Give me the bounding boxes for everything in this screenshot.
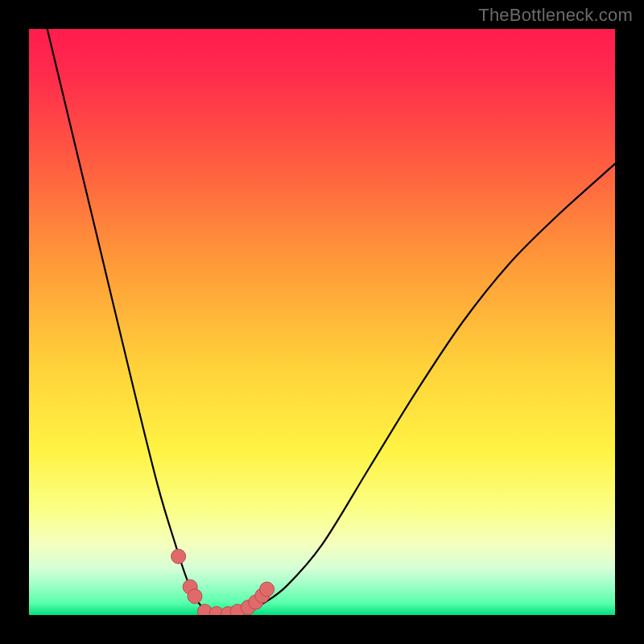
data-point xyxy=(171,549,186,564)
data-point xyxy=(260,582,275,597)
chart-svg xyxy=(29,29,615,615)
plot-area xyxy=(29,29,615,615)
watermark-text: TheBottleneck.com xyxy=(478,5,633,26)
data-point xyxy=(188,589,202,604)
chart-frame: TheBottleneck.com xyxy=(0,0,644,644)
